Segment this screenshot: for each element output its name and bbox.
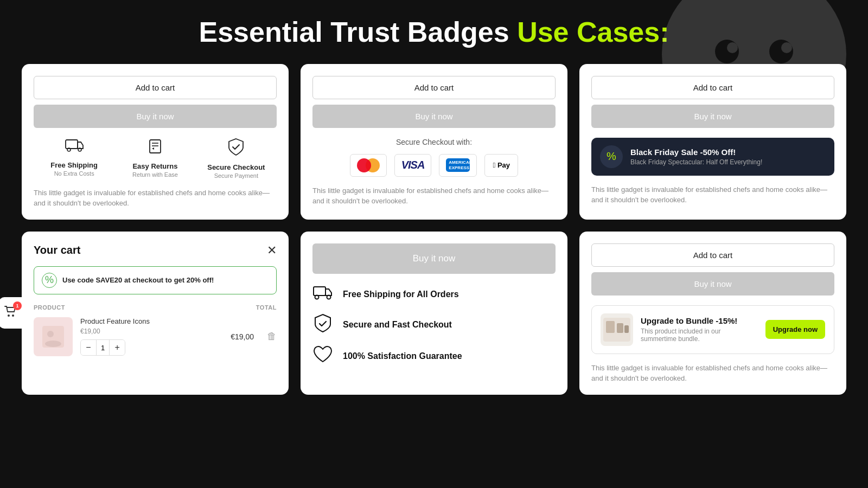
promo-banner: % Use code SAVE20 at checkout to get 20%… (34, 266, 277, 294)
cart-table-header: PRODUCT TOTAL (34, 304, 277, 311)
title-accent: Use Cases: (517, 16, 669, 48)
card1-buy-now[interactable]: Buy it now (34, 105, 277, 128)
bundle-info: Upgrade to Bundle -15%! This product inc… (641, 316, 758, 343)
card-cart: 1 Your cart ✕ % Use code SAVE20 at check… (22, 232, 289, 395)
card-black-friday: Add to cart Buy it now % Black Friday Sa… (579, 64, 846, 220)
card3-desc: This little gadget is invaluable for est… (591, 184, 834, 206)
qty-value: 1 (96, 340, 110, 355)
cart-header: Your cart ✕ (34, 243, 277, 258)
cart-item-total: €19,00 (231, 332, 254, 341)
feature2-label: Secure and Fast Checkout (343, 320, 452, 330)
cart-item-name: Product Feature Icons (80, 317, 223, 325)
badge3-title: Secure Checkout (207, 163, 265, 171)
card3-buy-now[interactable]: Buy it now (591, 105, 834, 128)
svg-rect-26 (624, 325, 629, 333)
card-buy-now[interactable]: Buy it now (312, 243, 556, 274)
badge1-sub: No Extra Costs (54, 170, 94, 177)
payment-icons-row: VISA AMERICANEXPRESS  Pay (312, 154, 556, 177)
bundle-title: Upgrade to Bundle -15%! (641, 316, 758, 325)
cart-badge: 1 (13, 301, 22, 310)
col-product: PRODUCT (34, 304, 65, 311)
bundle-banner: Upgrade to Bundle -15%! This product inc… (591, 305, 834, 354)
feature-truck-icon (312, 285, 333, 305)
cart-item-price: €19,00 (80, 328, 223, 335)
feature-secure: Secure and Fast Checkout (312, 313, 556, 337)
black-friday-banner: % Black Friday Sale -50% Off! Black Frid… (591, 138, 834, 176)
card-trust-badges: Add to cart Buy it now Free Shipping No … (22, 64, 289, 220)
feature-satisfaction: 100% Satisfaction Guarantee (312, 345, 556, 368)
page-background: Essential Trust Badges Use Cases: Add to… (0, 0, 868, 488)
card3-add-to-cart[interactable]: Add to cart (591, 76, 834, 99)
badge-easy-returns: Easy Returns Return with Ease (115, 138, 195, 178)
svg-rect-25 (617, 323, 623, 333)
bundle-desc: This little gadget is invaluable for est… (591, 363, 834, 384)
badge3-sub: Secure Payment (214, 172, 258, 179)
qty-decrease[interactable]: − (81, 340, 96, 355)
svg-rect-9 (66, 140, 78, 149)
cart-sidebar-hint: 1 (0, 297, 22, 329)
badge-secure-checkout: Secure Checkout Secure Payment (196, 138, 276, 179)
badges-row: Free Shipping No Extra Costs Easy Return… (34, 138, 277, 179)
promo-text: Use code SAVE20 at checkout to get 20% o… (62, 276, 214, 284)
cart-item: Product Feature Icons €19,00 − 1 + €19,0… (34, 317, 277, 356)
cart-title: Your cart (34, 244, 80, 256)
truck-icon (65, 138, 84, 158)
feature-heart-icon (312, 345, 333, 368)
badge-free-shipping: Free Shipping No Extra Costs (34, 138, 114, 177)
bf-text: Black Friday Sale -50% Off! Black Friday… (630, 147, 762, 166)
cart-close-button[interactable]: ✕ (267, 243, 277, 258)
feature1-label: Free Shipping for All Orders (343, 290, 459, 299)
secure-checkout-title: Secure Checkout with: (312, 138, 556, 146)
cart-icon-wrap: 1 (3, 305, 17, 321)
svg-point-19 (45, 341, 61, 347)
qty-control: − 1 + (80, 339, 125, 356)
bundle-upgrade-button[interactable]: Upgrade now (765, 320, 825, 339)
title-white: Essential Trust Badges (199, 16, 517, 48)
card-bundle-buy-now[interactable]: Buy it now (591, 272, 834, 296)
card2-buy-now[interactable]: Buy it now (312, 105, 556, 128)
cart-item-info: Product Feature Icons €19,00 − 1 + (80, 317, 223, 356)
bf-sub: Black Friday Spectacular: Half Off Every… (630, 158, 762, 166)
svg-rect-20 (314, 287, 326, 296)
feature-shield-icon (312, 313, 333, 337)
svg-rect-12 (150, 140, 161, 153)
svg-point-18 (47, 331, 54, 337)
badge2-sub: Return with Ease (132, 171, 178, 178)
cards-grid: Add to cart Buy it now Free Shipping No … (22, 64, 846, 395)
page-title: Essential Trust Badges Use Cases: (22, 16, 846, 49)
svg-point-16 (12, 314, 14, 317)
bundle-sub: This product included in our summertime … (641, 328, 758, 343)
card-features: Buy it now Free Shipping for All Orders (301, 232, 567, 395)
qty-increase[interactable]: + (110, 340, 125, 355)
applepay-icon:  Pay (484, 154, 518, 177)
feature-shipping: Free Shipping for All Orders (312, 285, 556, 305)
svg-rect-24 (606, 321, 615, 333)
badge1-title: Free Shipping (50, 161, 98, 169)
card1-add-to-cart[interactable]: Add to cart (34, 76, 277, 99)
feature3-label: 100% Satisfaction Guarantee (343, 351, 462, 361)
promo-percent-icon: % (42, 273, 57, 288)
bf-percent-icon: % (600, 145, 623, 168)
bf-title: Black Friday Sale -50% Off! (630, 147, 762, 157)
cart-item-image (34, 317, 73, 356)
mastercard-icon (350, 154, 387, 177)
col-total: TOTAL (256, 304, 277, 311)
visa-icon: VISA (394, 154, 432, 177)
card1-desc: This little gadget is invaluable for est… (34, 188, 277, 209)
card-bundle-add-to-cart[interactable]: Add to cart (591, 243, 834, 267)
feature-list: Free Shipping for All Orders Secure and … (312, 285, 556, 368)
shield-icon (228, 138, 244, 160)
card2-desc: This little gadget is invaluable for est… (312, 185, 556, 207)
card2-add-to-cart[interactable]: Add to cart (312, 76, 556, 99)
amex-icon: AMERICANEXPRESS (439, 154, 477, 177)
svg-point-15 (8, 314, 10, 317)
returns-icon (146, 138, 164, 159)
badge2-title: Easy Returns (132, 162, 177, 170)
bundle-image (601, 313, 633, 346)
card-payment-icons: Add to cart Buy it now Secure Checkout w… (301, 64, 567, 220)
cart-delete-button[interactable]: 🗑 (267, 331, 277, 342)
card-bundle: Add to cart Buy it now Upgrade to Bundle… (579, 232, 846, 395)
